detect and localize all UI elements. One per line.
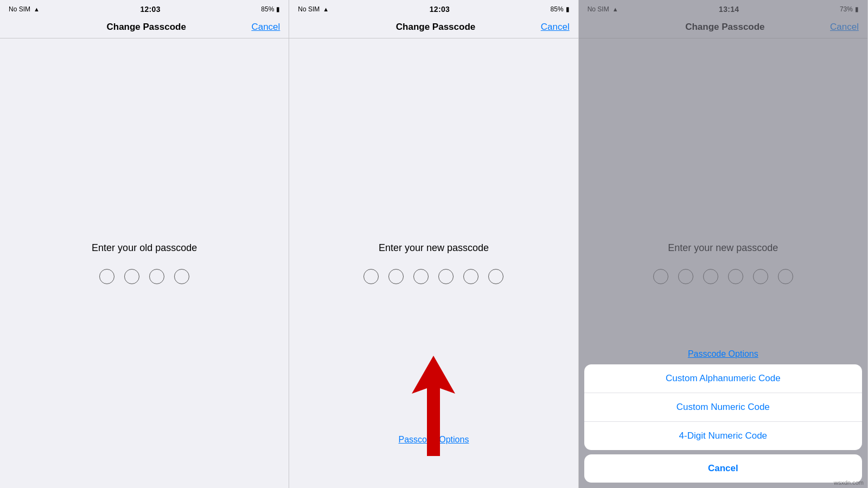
no-sim-label-1: No SIM	[9, 5, 30, 13]
time-2: 12:03	[430, 5, 450, 14]
action-custom-numeric[interactable]: Custom Numeric Code	[584, 393, 862, 422]
dot-2-6	[488, 269, 503, 284]
dot-1-2	[124, 269, 139, 284]
cancel-button-2[interactable]: Cancel	[541, 22, 570, 33]
prompt-1: Enter your old passcode	[92, 242, 197, 254]
dot-2-1	[363, 269, 379, 284]
action-cancel[interactable]: Cancel	[584, 454, 862, 483]
battery-label-2: 85%	[551, 5, 564, 13]
dot-2-3	[413, 269, 429, 284]
status-right-1: 85% ▮	[261, 5, 280, 13]
dots-1	[99, 269, 189, 284]
dot-2-2	[388, 269, 404, 284]
svg-marker-0	[412, 356, 455, 456]
nav-title-1: Change Passcode	[41, 22, 251, 33]
dot-2-4	[438, 269, 454, 284]
status-left-2: No SIM ▲	[298, 5, 329, 13]
battery-icon-2: ▮	[566, 5, 570, 13]
panel-2: No SIM ▲ 12:03 85% ▮ Change Passcode Can…	[289, 0, 578, 488]
dot-1-1	[99, 269, 114, 284]
action-custom-alphanumeric[interactable]: Custom Alphanumeric Code	[584, 364, 862, 393]
panel-3: No SIM ▲ 13:14 73% ▮ Change Passcode Can…	[579, 0, 868, 488]
wifi-icon-1: ▲	[34, 6, 40, 12]
panel-1: No SIM ▲ 12:03 85% ▮ Change Passcode Can…	[0, 0, 289, 488]
wifi-icon-2: ▲	[323, 6, 329, 12]
battery-icon-1: ▮	[276, 5, 280, 13]
status-left-1: No SIM ▲	[9, 5, 40, 13]
status-right-2: 85% ▮	[551, 5, 570, 13]
cancel-button-1[interactable]: Cancel	[251, 22, 280, 33]
battery-label-1: 85%	[261, 5, 274, 13]
nav-bar-2: Change Passcode Cancel	[289, 17, 578, 38]
red-arrow	[406, 350, 461, 461]
nav-bar-1: Change Passcode Cancel	[0, 17, 289, 38]
nav-title-2: Change Passcode	[330, 22, 540, 33]
no-sim-label-2: No SIM	[298, 5, 320, 13]
dot-1-3	[149, 269, 164, 284]
status-bar-2: No SIM ▲ 12:03 85% ▮	[289, 0, 578, 17]
dots-2	[363, 269, 503, 284]
status-bar-1: No SIM ▲ 12:03 85% ▮	[0, 0, 289, 17]
action-sheet: Custom Alphanumeric Code Custom Numeric …	[584, 364, 862, 488]
dot-2-5	[463, 269, 478, 284]
time-1: 12:03	[140, 5, 160, 14]
content-1: Enter your old passcode	[0, 38, 289, 488]
action-sheet-group: Custom Alphanumeric Code Custom Numeric …	[584, 364, 862, 450]
content-2: Enter your new passcode Passcode Options	[289, 38, 578, 488]
prompt-2: Enter your new passcode	[379, 242, 489, 254]
dot-1-4	[174, 269, 189, 284]
passcode-options-label-3[interactable]: Passcode Options	[579, 349, 867, 359]
action-4digit-numeric[interactable]: 4-Digit Numeric Code	[584, 422, 862, 450]
watermark: wsxdn.com	[834, 479, 864, 486]
